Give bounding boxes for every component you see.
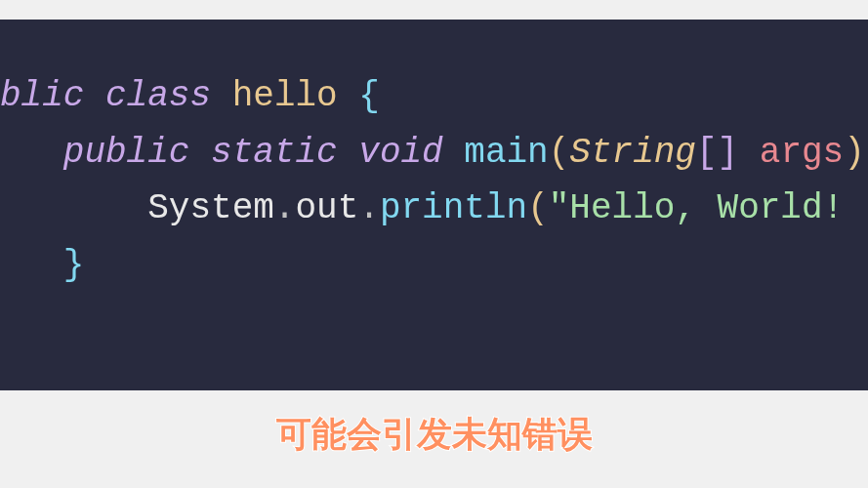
- indent: [0, 133, 63, 173]
- indent: [0, 245, 63, 285]
- method-identifier: main: [464, 133, 548, 173]
- class-identifier: hello: [232, 76, 338, 116]
- code-editor-panel: blic class hello { public static void ma…: [0, 20, 868, 390]
- keyword-void: void: [358, 133, 442, 173]
- code-line-1: blic class hello {: [0, 68, 868, 125]
- dot-operator: .: [274, 188, 296, 228]
- open-paren: (: [549, 133, 570, 173]
- object-system: System: [147, 188, 274, 228]
- open-brace: {: [358, 76, 380, 116]
- string-literal: "Hello, World!: [549, 188, 844, 228]
- indent: [0, 188, 147, 228]
- open-paren: (: [527, 188, 549, 228]
- keyword-static: static: [211, 133, 338, 173]
- param-args: args: [760, 133, 844, 173]
- subtitle-caption: 可能会引发未知错误: [276, 411, 593, 459]
- open-bracket: [: [696, 133, 718, 173]
- keyword-public: blic: [0, 76, 84, 116]
- code-line-4: }: [0, 237, 868, 294]
- close-brace: }: [63, 245, 85, 285]
- code-line-2: public static void main(String[] args): [0, 125, 868, 182]
- method-println: println: [380, 188, 527, 228]
- keyword-public: public: [63, 133, 190, 173]
- keyword-class: class: [105, 76, 211, 116]
- type-string: String: [569, 133, 696, 173]
- close-bracket: ]: [718, 133, 739, 173]
- dot-operator: .: [358, 188, 380, 228]
- close-paren: ): [844, 133, 865, 173]
- property-out: out: [295, 188, 358, 228]
- code-line-3: System.out.println("Hello, World!: [0, 181, 868, 237]
